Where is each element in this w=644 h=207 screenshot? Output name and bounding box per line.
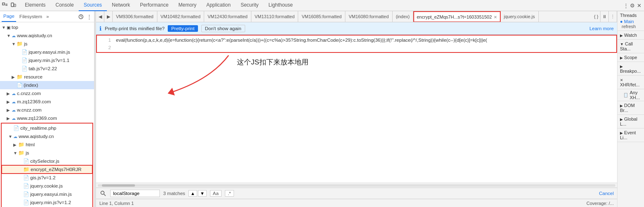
- tree-html-folder[interactable]: ▶ 📁 html: [2, 140, 92, 149]
- tree-label: tab.js?v=2.22: [29, 66, 57, 71]
- tree-arrow: [8, 126, 13, 131]
- watch-section[interactable]: ▶ Watch: [617, 31, 644, 40]
- code-view[interactable]: 1 eval(function(p,a,c,k,e,d){e=function(…: [96, 35, 617, 53]
- inspect-icon[interactable]: [2, 2, 8, 9]
- breakpoints-section[interactable]: ▶ Breakpo...: [617, 62, 644, 76]
- learn-more-link[interactable]: Learn more: [589, 26, 614, 31]
- cancel-button[interactable]: Cancel: [599, 191, 614, 196]
- tree-www-zq12369[interactable]: ▶ ☁ www.zq12369.com: [0, 114, 94, 122]
- tree-label: js: [26, 150, 29, 155]
- tree-m-zq12369[interactable]: ▶ ☁ m.zq12369.com: [0, 98, 94, 106]
- file-tab-index[interactable]: (index): [393, 11, 414, 22]
- prev-match-button[interactable]: ▲: [188, 190, 197, 197]
- file-tab-vm10482[interactable]: VM10482:formatted: [157, 11, 205, 22]
- file-tab-vm12430[interactable]: VM12430:formatted: [204, 11, 251, 22]
- horizontal-scrollbar[interactable]: [96, 183, 617, 188]
- file-tab-vm16085[interactable]: VM16085:formatted: [298, 11, 345, 22]
- file-tab-encrypt[interactable]: encrypt_eZMqs7H...s?t=1603351502 ✕: [413, 11, 500, 22]
- format-icon[interactable]: { }: [592, 11, 601, 22]
- tab-lighthouse[interactable]: Lighthouse: [263, 0, 298, 11]
- tab-memory[interactable]: Memory: [174, 0, 201, 11]
- device-icon[interactable]: [10, 2, 17, 9]
- call-stack-section[interactable]: ▼ Call Sta...: [617, 40, 644, 53]
- refresh-item[interactable]: refresh: [620, 24, 642, 29]
- dont-show-button[interactable]: Don't show again: [201, 25, 245, 32]
- tree-tab-js[interactable]: 📄 tab.js?v=2.22: [0, 64, 94, 73]
- filesystem-tab[interactable]: Filesystem: [18, 11, 44, 22]
- xhr-checkbox[interactable]: [624, 93, 627, 98]
- code-line-2: 2: [96, 44, 617, 51]
- scroll-track[interactable]: [98, 184, 615, 187]
- xhr-section[interactable]: ✕ XHR/fet...: [617, 76, 644, 89]
- file-tab-jquery-cookie[interactable]: jquery.cookie.js: [501, 11, 539, 22]
- tab-network[interactable]: Network: [107, 0, 135, 11]
- more-tabs[interactable]: »: [46, 14, 50, 19]
- more-icon[interactable]: ⋮: [622, 2, 629, 9]
- pp-banner-text: Pretty-print this minified file?: [105, 26, 164, 31]
- tree-jquery-min[interactable]: 📄 jquery.min.js?v=1.1: [0, 56, 94, 64]
- tree-www-aqistudy2[interactable]: ▼ ☁ www.aqistudy.cn: [2, 132, 92, 140]
- tree-jquery-min2[interactable]: 📄 jquery.min.js?v=1.2: [2, 198, 92, 207]
- toolbar-icons: [2, 2, 17, 9]
- main-thread[interactable]: ● Main: [620, 19, 642, 24]
- tab-console[interactable]: Console: [51, 0, 79, 11]
- scroll-thumb[interactable]: [102, 184, 135, 187]
- page-tab[interactable]: Page: [2, 11, 16, 22]
- regex-button[interactable]: .*: [225, 190, 234, 197]
- call-stack-arrow: ▼: [620, 42, 624, 46]
- sidebar-sync-icon[interactable]: [77, 13, 84, 20]
- tree-top[interactable]: ▼ ▣ top: [0, 23, 94, 31]
- tab-performance[interactable]: Performance: [135, 0, 174, 11]
- tree-www-aqistudy[interactable]: ▼ ☁ www.aqistudy.cn: [0, 31, 94, 40]
- tree-jquery-cookie[interactable]: 📄 jquery.cookie.js: [2, 182, 92, 190]
- scope-section[interactable]: ▶ Scope: [617, 53, 644, 62]
- tree-arrow: ▶: [7, 116, 12, 121]
- tree-index[interactable]: 📄 (index): [0, 81, 94, 89]
- tab-back-icon[interactable]: ◀: [96, 11, 104, 22]
- sidebar-menu-icon[interactable]: ⋮: [86, 13, 92, 20]
- tree-arrow-js: ▼: [12, 42, 17, 46]
- any-xhr-item[interactable]: Any XH...: [617, 89, 644, 101]
- tree-label: resource: [24, 74, 43, 79]
- tree-city-selector[interactable]: 📄 citySelector.js: [2, 157, 92, 165]
- tab-security[interactable]: Security: [236, 0, 263, 11]
- event-section[interactable]: ▶ Event Li...: [617, 128, 644, 142]
- tree-encrypt-file[interactable]: 📁 encrypt_eZMqs7H0RJR: [2, 165, 92, 174]
- case-sensitive-button[interactable]: Aa: [210, 190, 222, 197]
- tree-w-cnzz[interactable]: ▶ ☁ w.cnzz.com: [0, 106, 94, 114]
- tree-resource[interactable]: ▶ 📁 resource: [0, 73, 94, 81]
- more-tabs-icon[interactable]: ⋮: [609, 11, 617, 22]
- pp-banner: ℹ Pretty-print this minified file? Prett…: [96, 22, 617, 35]
- file-tab-vm13110[interactable]: VM13110:formatted: [251, 11, 299, 22]
- settings-icon[interactable]: ⚙: [629, 2, 636, 9]
- tab-elements[interactable]: Elements: [20, 0, 51, 11]
- tree-city-realtime[interactable]: 📄 city_realtime.php: [2, 124, 92, 132]
- file-tab-vm9306[interactable]: VM9306:formatted: [113, 11, 157, 22]
- pause-icon[interactable]: ⏸: [601, 11, 609, 22]
- event-arrow: ▶: [620, 131, 623, 135]
- annotation-container: 这个JS扣下来放本地用: [237, 57, 309, 67]
- file-icon: 📄: [17, 82, 22, 88]
- dom-section[interactable]: ▶ DOM Br...: [617, 101, 644, 115]
- next-match-button[interactable]: ▼: [198, 190, 207, 197]
- file-tab-vm16080[interactable]: VM16080:formatted: [345, 11, 393, 22]
- tree-c-cnzz[interactable]: ▶ ☁ c.cnzz.com: [0, 89, 94, 98]
- tree-arrow: ▶: [7, 100, 12, 104]
- tree-js-folder[interactable]: ▼ 📁 js: [0, 40, 94, 48]
- right-panel: Threads ● Main refresh ▶ Watch ▼ Call St…: [617, 11, 644, 207]
- pretty-print-button[interactable]: Pretty-print: [168, 25, 198, 32]
- bullet: ●: [620, 19, 623, 24]
- tree-label: c.cnzz.com: [17, 91, 41, 96]
- tree-jquery-easyui[interactable]: 📄 jquery.easyui.min.js: [0, 48, 94, 56]
- search-input[interactable]: [110, 190, 160, 197]
- cloud-icon-1: ☁: [12, 33, 16, 38]
- tree-gis-js[interactable]: 📄 gis.js?v=1.2: [2, 174, 92, 182]
- tab-sources[interactable]: Sources: [79, 0, 107, 11]
- tab-application[interactable]: Application: [201, 0, 236, 11]
- tree-jquery-easyui2[interactable]: 📄 jquery.easyui.min.js: [2, 190, 92, 198]
- tree-js-folder2[interactable]: ▼ 📁 js: [2, 149, 92, 157]
- close-devtools-icon[interactable]: ✕: [636, 2, 642, 9]
- close-tab-icon[interactable]: ✕: [494, 15, 497, 19]
- global-section[interactable]: ▶ Global L...: [617, 115, 644, 128]
- tab-forward-icon[interactable]: ▶: [104, 11, 113, 22]
